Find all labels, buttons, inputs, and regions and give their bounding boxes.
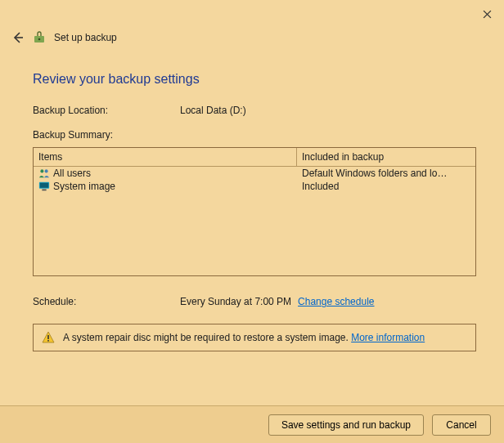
backup-summary-label: Backup Summary:: [33, 129, 180, 141]
window-title: Set up backup: [54, 32, 117, 43]
more-information-link[interactable]: More information: [351, 332, 425, 343]
svg-rect-11: [47, 340, 49, 342]
monitor-icon: [38, 181, 50, 192]
cancel-button[interactable]: Cancel: [432, 414, 491, 436]
svg-rect-9: [42, 190, 46, 191]
col-header-items[interactable]: Items: [34, 148, 297, 166]
change-schedule-link[interactable]: Change schedule: [298, 296, 374, 307]
users-icon: [38, 168, 50, 179]
svg-point-4: [38, 38, 41, 41]
row-item-included: Included: [297, 181, 475, 192]
svg-rect-10: [47, 335, 49, 339]
warning-box: A system repair disc might be required t…: [33, 324, 476, 351]
save-settings-button[interactable]: Save settings and run backup: [268, 414, 424, 436]
warning-message: A system repair disc might be required t…: [63, 332, 351, 343]
schedule-row: Schedule: Every Sunday at 7:00 PM Change…: [33, 296, 476, 307]
row-item-name: All users: [53, 168, 91, 179]
table-row[interactable]: System image Included: [34, 180, 475, 193]
backup-location-label: Backup Location:: [33, 105, 180, 116]
backup-summary-table: Items Included in backup All users Defau…: [33, 147, 476, 276]
svg-rect-8: [40, 183, 49, 188]
svg-point-6: [45, 169, 48, 172]
wizard-header: Set up backup: [11, 31, 117, 44]
table-row[interactable]: All users Default Windows folders and lo…: [34, 167, 475, 180]
backup-app-icon: [33, 31, 46, 44]
back-arrow-icon[interactable]: [11, 31, 25, 44]
svg-point-5: [40, 169, 43, 172]
row-item-included: Default Windows folders and lo…: [297, 168, 475, 179]
page-title: Review your backup settings: [33, 72, 476, 87]
backup-location-row: Backup Location: Local Data (D:): [33, 105, 476, 116]
warning-icon: [42, 331, 55, 344]
close-icon[interactable]: [479, 7, 494, 21]
row-item-name: System image: [53, 181, 115, 192]
schedule-value: Every Sunday at 7:00 PM: [180, 296, 291, 307]
schedule-label: Schedule:: [33, 296, 180, 307]
col-header-included[interactable]: Included in backup: [297, 148, 475, 166]
backup-location-value: Local Data (D:): [180, 105, 246, 116]
warning-text: A system repair disc might be required t…: [63, 332, 425, 343]
footer-bar: Save settings and run backup Cancel: [0, 405, 504, 443]
